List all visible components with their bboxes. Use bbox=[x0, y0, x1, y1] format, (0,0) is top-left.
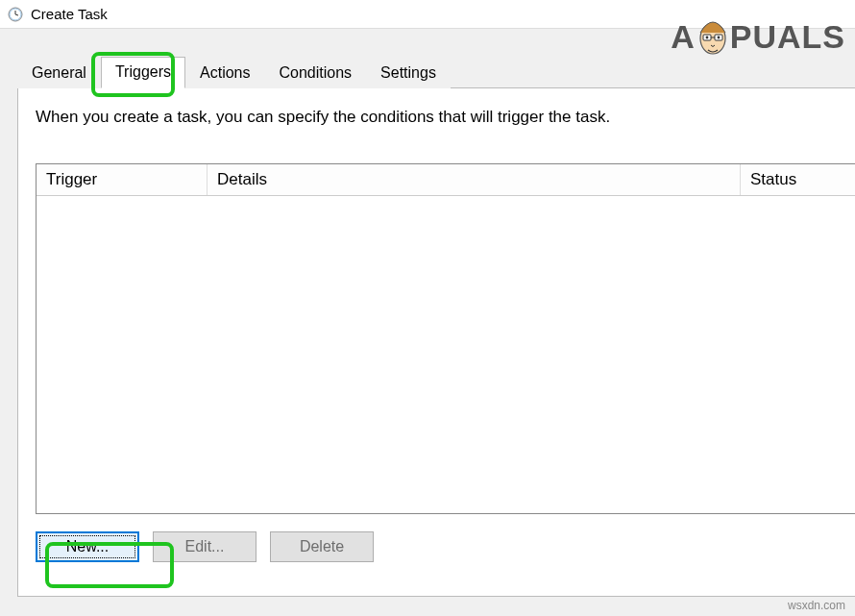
tab-general[interactable]: General bbox=[17, 58, 101, 88]
column-header-trigger[interactable]: Trigger bbox=[37, 164, 208, 195]
mascot-icon bbox=[696, 15, 729, 58]
edit-button: Edit... bbox=[153, 531, 256, 562]
buttons-row: New... Edit... Delete bbox=[36, 531, 839, 562]
svg-point-8 bbox=[705, 37, 708, 39]
new-button[interactable]: New... bbox=[36, 531, 139, 562]
panel-description: When you create a task, you can specify … bbox=[36, 108, 839, 127]
tab-panel-triggers: When you create a task, you can specify … bbox=[17, 87, 855, 597]
content-area: General Triggers Actions Conditions Sett… bbox=[0, 29, 855, 616]
tab-conditions[interactable]: Conditions bbox=[264, 58, 366, 88]
column-header-details[interactable]: Details bbox=[208, 164, 741, 195]
clock-icon bbox=[8, 7, 23, 22]
watermark-prefix: A bbox=[671, 18, 696, 56]
table-header: Trigger Details Status bbox=[37, 164, 855, 196]
svg-point-9 bbox=[717, 37, 720, 39]
window-title: Create Task bbox=[31, 6, 108, 22]
triggers-table[interactable]: Trigger Details Status bbox=[36, 163, 855, 514]
tab-actions[interactable]: Actions bbox=[185, 58, 264, 88]
tab-settings[interactable]: Settings bbox=[366, 58, 451, 88]
tab-strip: General Triggers Actions Conditions Sett… bbox=[17, 56, 855, 87]
tab-triggers[interactable]: Triggers bbox=[101, 57, 185, 88]
column-header-status[interactable]: Status bbox=[741, 164, 855, 195]
delete-button: Delete bbox=[270, 531, 374, 562]
footer-source: wsxdn.com bbox=[788, 599, 845, 612]
watermark-logo: A PUALS bbox=[671, 15, 845, 58]
watermark-suffix: PUALS bbox=[730, 18, 845, 56]
